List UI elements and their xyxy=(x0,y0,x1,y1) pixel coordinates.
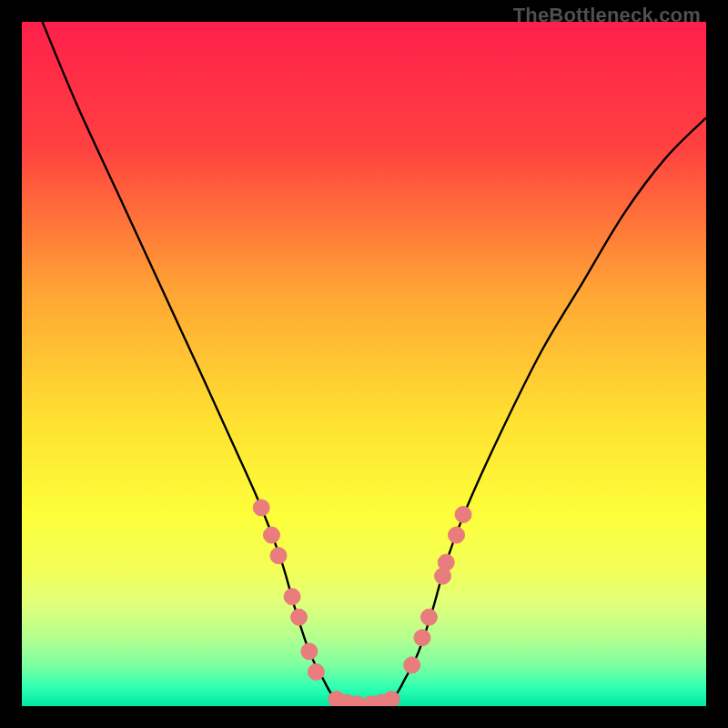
data-marker xyxy=(301,643,318,660)
data-marker xyxy=(420,609,437,625)
data-marker xyxy=(404,657,420,673)
data-marker xyxy=(291,609,308,625)
data-marker xyxy=(253,500,269,516)
bottleneck-chart xyxy=(22,22,706,706)
data-marker xyxy=(263,527,279,543)
data-marker xyxy=(449,527,465,543)
data-marker xyxy=(308,663,324,680)
watermark-label: TheBottleneck.com xyxy=(513,4,701,27)
data-marker xyxy=(414,630,430,646)
data-marker xyxy=(284,589,300,605)
data-marker xyxy=(270,548,287,564)
data-marker xyxy=(438,554,454,571)
gradient-background xyxy=(22,22,706,706)
data-marker xyxy=(455,506,471,522)
data-marker xyxy=(383,691,399,706)
plot-area xyxy=(22,22,706,706)
outer-frame: TheBottleneck.com xyxy=(0,0,728,728)
